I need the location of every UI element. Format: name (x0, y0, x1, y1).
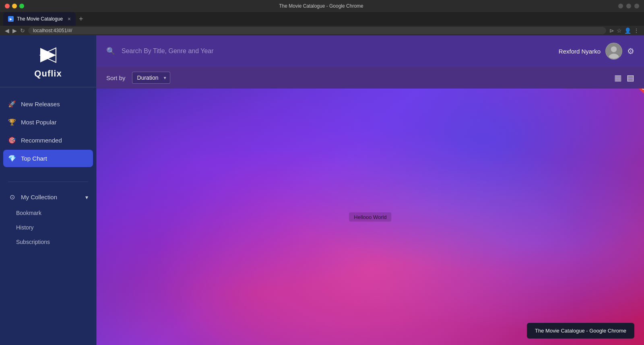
browser-window-controls (5, 4, 24, 8)
user-section: Rexford Nyarko ⚙ (559, 43, 634, 60)
search-icon: 🔍 (106, 47, 115, 56)
sidebar-item-new-releases[interactable]: 🚀 New Releases (0, 95, 96, 113)
forward-button[interactable]: ▶ (12, 27, 17, 34)
tab-favicon: ▶ (8, 16, 14, 22)
view-toggle: ▦ ▤ (614, 73, 634, 83)
sidebar: Quflix 🚀 New Releases 🏆 Most Popular 🎯 R… (0, 35, 97, 345)
maximize-window-button[interactable] (19, 4, 24, 8)
chevron-down-icon: ▾ (85, 194, 88, 200)
sidebar-item-label: Recommended (21, 137, 62, 144)
collection-icon: ⊙ (8, 193, 16, 201)
browser-title: The Movie Catalogue - Google Chrome (24, 3, 618, 9)
grid-view-icon[interactable]: ▤ (627, 73, 634, 83)
profile-icon[interactable]: 👤 (624, 27, 631, 34)
browser-address-bar: ◀ ▶ ↻ ⊳ ☆ 👤 ⋮ (0, 26, 644, 35)
sidebar-item-my-collection[interactable]: ⊙ My Collection ▾ (0, 188, 96, 206)
logo-text: Quflix (34, 68, 62, 79)
diamond-icon: 💎 (8, 155, 16, 162)
bottom-tooltip: The Movie Catalogue - Google Chrome (527, 323, 634, 339)
hero-area: Hellooo World DEMO The Movie Catalogue -… (97, 89, 644, 345)
logo-icon (36, 45, 60, 65)
close-window-button[interactable] (5, 4, 10, 8)
target-icon: 🎯 (8, 136, 16, 144)
sidebar-item-history[interactable]: History (8, 220, 96, 235)
rocket-icon: 🚀 (8, 100, 16, 108)
svg-point-3 (611, 46, 617, 52)
sidebar-logo: Quflix (0, 35, 96, 87)
menu-icon[interactable]: ⋮ (634, 27, 639, 34)
sidebar-item-recommended[interactable]: 🎯 Recommended (0, 132, 96, 149)
sidebar-item-label: Most Popular (21, 119, 56, 126)
sidebar-divider (8, 182, 88, 182)
sidebar-item-subscriptions[interactable]: Subscriptions (8, 235, 96, 249)
sidebar-item-most-popular[interactable]: 🏆 Most Popular (0, 114, 96, 131)
trophy-icon: 🏆 (8, 118, 16, 126)
sort-by-label: Sort by (106, 74, 126, 81)
sidebar-item-bookmark[interactable]: Bookmark (8, 206, 96, 220)
new-tab-button[interactable]: + (76, 12, 87, 26)
sidebar-item-top-chart[interactable]: 💎 Top Chart (3, 150, 93, 167)
my-collection-sub-items: Bookmark History Subscriptions (0, 206, 96, 249)
search-input[interactable] (122, 48, 552, 55)
address-bar[interactable] (28, 27, 606, 34)
sidebar-nav: 🚀 New Releases 🏆 Most Popular 🎯 Recommen… (0, 87, 96, 175)
browser-tab-bar: ▶ The Movie Catalogue × + (0, 12, 644, 26)
reload-button[interactable]: ↻ (20, 27, 25, 34)
hero-label: Hellooo World (349, 212, 391, 221)
sidebar-item-label: Top Chart (21, 155, 47, 162)
sort-select[interactable]: Duration Title Year Rating (132, 72, 170, 84)
browser-title-bar: The Movie Catalogue - Google Chrome (0, 0, 644, 12)
user-name: Rexford Nyarko (559, 48, 601, 55)
sort-bar: Sort by Duration Title Year Rating ▦ ▤ (97, 67, 644, 89)
tab-title: The Movie Catalogue (17, 16, 64, 22)
cast-icon[interactable]: ⊳ (609, 27, 614, 34)
main-content: 🔍 Rexford Nyarko ⚙ Sort by Duration (97, 35, 644, 345)
sidebar-item-label: My Collection (21, 194, 57, 200)
minimize-window-button[interactable] (12, 4, 17, 8)
tab-close-button[interactable]: × (68, 16, 71, 22)
svg-marker-0 (40, 48, 56, 62)
sidebar-item-label: New Releases (21, 101, 60, 107)
avatar (605, 43, 622, 60)
browser-tab-active[interactable]: ▶ The Movie Catalogue × (3, 12, 76, 26)
back-button[interactable]: ◀ (5, 27, 9, 34)
sort-select-wrapper: Duration Title Year Rating (132, 72, 170, 84)
header: 🔍 Rexford Nyarko ⚙ (97, 35, 644, 67)
browser-right-controls (618, 4, 639, 8)
list-view-icon[interactable]: ▦ (614, 73, 622, 83)
browser-chrome: The Movie Catalogue - Google Chrome ▶ Th… (0, 0, 644, 35)
settings-icon[interactable]: ⚙ (627, 46, 634, 56)
app-container: Quflix 🚀 New Releases 🏆 Most Popular 🎯 R… (0, 35, 644, 345)
browser-action-buttons: ⊳ ☆ 👤 ⋮ (609, 27, 639, 34)
bookmark-star-icon[interactable]: ☆ (617, 27, 622, 34)
